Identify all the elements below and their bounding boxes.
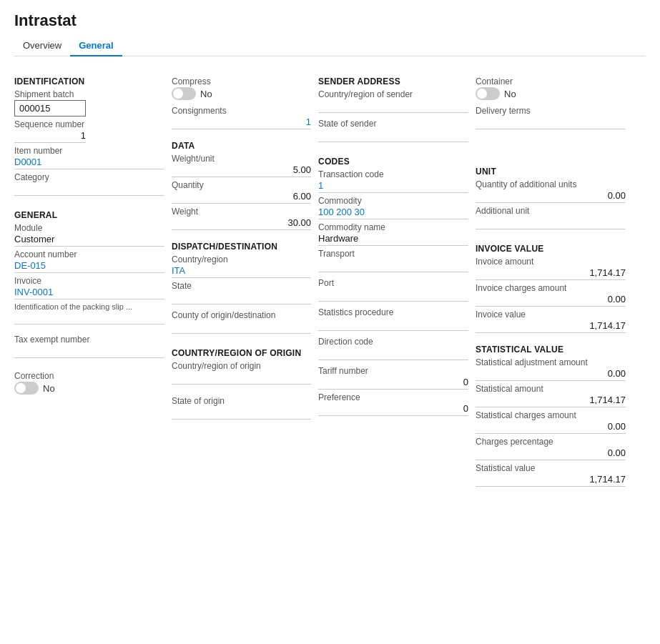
packing-slip-value [14, 312, 164, 325]
container-toggle-label: No [504, 89, 516, 99]
country-region-sender-value [318, 100, 468, 113]
compress-toggle[interactable] [172, 87, 196, 100]
stat-value-value: 1,714.17 [476, 474, 626, 487]
invoice-amount-value: 1,714.17 [476, 267, 626, 280]
invoice-label: Invoice [14, 276, 164, 286]
state-label: State [172, 281, 311, 291]
direction-code-label: Direction code [318, 337, 468, 347]
qty-additional-value: 0.00 [476, 190, 626, 203]
transaction-code-value[interactable]: 1 [318, 180, 468, 193]
preference-field: Preference 0 [318, 392, 468, 416]
tariff-number-label: Tariff number [318, 366, 468, 376]
port-label: Port [318, 278, 468, 288]
transport-value [318, 259, 468, 272]
weight-value: 30.00 [172, 217, 311, 230]
col-unit: Container No Delivery terms UNIT Quantit… [476, 68, 626, 490]
data-section-title: DATA [172, 141, 311, 151]
commodity-value[interactable]: 100 200 30 [318, 207, 468, 219]
charges-percentage-label: Charges percentage [476, 437, 626, 447]
delivery-terms-field: Delivery terms [476, 106, 626, 132]
statistics-procedure-field: Statistics procedure [318, 307, 468, 334]
col-sender: SENDER ADDRESS Country/region of sender … [318, 68, 468, 490]
item-number-value[interactable]: D0001 [14, 157, 164, 169]
shipment-batch-label: Shipment batch [14, 89, 164, 99]
compress-label: Compress [172, 76, 311, 86]
country-region-sender-field: Country/region of sender [318, 89, 468, 116]
stat-amount-field: Statistical amount 1,714.17 [476, 384, 626, 407]
form-content: IDENTIFICATION Shipment batch Sequence n… [14, 68, 646, 490]
account-number-field: Account number DE-015 [14, 249, 164, 273]
transaction-code-label: Transaction code [318, 169, 468, 179]
item-number-field: Item number D0001 [14, 146, 164, 169]
invoice-value-label: Invoice value [476, 309, 626, 319]
unit-section-title: UNIT [476, 167, 626, 177]
invoice-value[interactable]: INV-0001 [14, 287, 164, 299]
commodity-name-field: Commodity name Hardware [318, 222, 468, 246]
state-sender-field: State of sender [318, 119, 468, 145]
tab-general[interactable]: General [70, 36, 122, 56]
state-field: State [172, 281, 311, 307]
page-title: Intrastat [14, 11, 646, 30]
stat-charges-field: Statistical charges amount 0.00 [476, 410, 626, 434]
commodity-name-label: Commodity name [318, 222, 468, 232]
county-label: County of origin/destination [172, 310, 311, 320]
correction-toggle[interactable] [14, 382, 39, 395]
country-region-value[interactable]: ITA [172, 265, 311, 278]
invoice-field: Invoice INV-0001 [14, 276, 164, 299]
container-field: Container No [476, 76, 626, 103]
stat-charges-value: 0.00 [476, 421, 626, 434]
country-region-sender-label: Country/region of sender [318, 89, 468, 99]
correction-toggle-row: No [14, 382, 164, 395]
county-field: County of origin/destination [172, 310, 311, 337]
quantity-value: 6.00 [172, 191, 311, 204]
invoice-amount-label: Invoice amount [476, 257, 626, 267]
commodity-field: Commodity 100 200 30 [318, 196, 468, 219]
stat-value-label: Statistical value [476, 463, 626, 473]
compress-toggle-label: No [200, 89, 212, 99]
tab-bar: Overview General [14, 36, 646, 56]
correction-toggle-knob [16, 383, 26, 393]
country-region-label: Country/region [172, 254, 311, 264]
compress-field: Compress No [172, 76, 311, 103]
tax-exempt-field: Tax exempt number [14, 335, 164, 361]
shipment-batch-field: Shipment batch [14, 89, 164, 117]
tab-overview[interactable]: Overview [14, 36, 70, 56]
transaction-code-field: Transaction code 1 [318, 169, 468, 193]
category-value [14, 183, 164, 196]
invoice-charges-value: 0.00 [476, 294, 626, 307]
direction-code-value [318, 347, 468, 360]
port-field: Port [318, 278, 468, 304]
weight-unit-field: Weight/unit 5.00 [172, 154, 311, 177]
sequence-number-label: Sequence number [14, 119, 164, 129]
invoice-value-section-title: INVOICE VALUE [476, 244, 626, 254]
account-number-value[interactable]: DE-015 [14, 260, 164, 273]
shipment-batch-input[interactable] [14, 100, 86, 117]
statistical-value-section-title: STATISTICAL VALUE [476, 345, 626, 355]
invoice-charges-label: Invoice charges amount [476, 283, 626, 293]
delivery-terms-label: Delivery terms [476, 106, 626, 116]
qty-additional-label: Quantity of additional units [476, 179, 626, 189]
container-toggle[interactable] [476, 87, 500, 100]
item-number-label: Item number [14, 146, 164, 156]
dispatch-section-title: DISPATCH/DESTINATION [172, 242, 311, 252]
country-region-field: Country/region ITA [172, 254, 311, 278]
container-label: Container [476, 76, 626, 86]
account-number-label: Account number [14, 249, 164, 259]
statistics-procedure-label: Statistics procedure [318, 307, 468, 317]
state-sender-label: State of sender [318, 119, 468, 129]
invoice-amount-field: Invoice amount 1,714.17 [476, 257, 626, 280]
port-value [318, 289, 468, 302]
compress-toggle-row: No [172, 87, 311, 100]
stat-charges-label: Statistical charges amount [476, 410, 626, 420]
correction-toggle-label: No [43, 383, 55, 394]
charges-percentage-value: 0.00 [476, 447, 626, 460]
col-compress: Compress No Consignments 1 DATA Weight/u… [172, 68, 311, 490]
county-value [172, 321, 311, 334]
stat-value-field: Statistical value 1,714.17 [476, 463, 626, 487]
container-toggle-knob [477, 89, 487, 99]
packing-slip-field: Identification of the packing slip ... [14, 302, 164, 327]
consignments-value[interactable]: 1 [172, 117, 311, 129]
stat-adjustment-label: Statistical adjustment amount [476, 357, 626, 367]
country-region-origin-value [172, 372, 311, 385]
weight-field: Weight 30.00 [172, 207, 311, 230]
